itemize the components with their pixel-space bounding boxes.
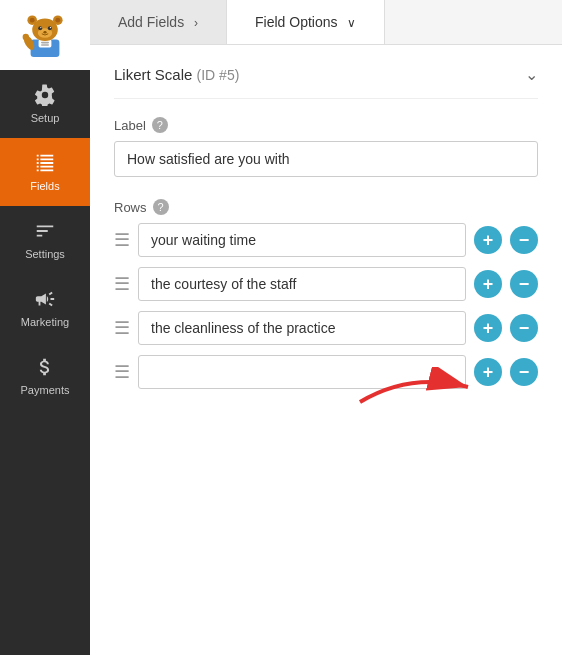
sidebar-item-fields[interactable]: Fields bbox=[0, 138, 90, 206]
row-remove-button-4[interactable]: − bbox=[510, 358, 538, 386]
row-item-3: ☰ + − bbox=[114, 311, 538, 345]
field-title-row: Likert Scale (ID #5) ⌄ bbox=[114, 65, 538, 99]
row-remove-button-3[interactable]: − bbox=[510, 314, 538, 342]
label-input[interactable] bbox=[114, 141, 538, 177]
field-collapse-icon[interactable]: ⌄ bbox=[525, 65, 538, 84]
sidebar-item-settings-label: Settings bbox=[25, 248, 65, 260]
sidebar-item-setup-label: Setup bbox=[31, 112, 60, 124]
drag-handle-2[interactable]: ☰ bbox=[114, 275, 130, 293]
label-help-icon[interactable]: ? bbox=[152, 117, 168, 133]
row-item-1: ☰ + − bbox=[114, 223, 538, 257]
sidebar-item-setup[interactable]: Setup bbox=[0, 70, 90, 138]
svg-point-13 bbox=[50, 27, 51, 28]
gear-icon bbox=[34, 84, 56, 106]
row-remove-button-1[interactable]: − bbox=[510, 226, 538, 254]
field-id: (ID #5) bbox=[197, 67, 240, 83]
svg-point-16 bbox=[23, 34, 29, 40]
row-item-4: ☰ + − bbox=[114, 355, 538, 389]
rows-help-icon[interactable]: ? bbox=[153, 199, 169, 215]
row-input-4[interactable] bbox=[138, 355, 466, 389]
tab-field-options[interactable]: Field Options ∨ bbox=[227, 0, 385, 44]
sidebar-item-marketing-label: Marketing bbox=[21, 316, 69, 328]
row-item-2: ☰ + − bbox=[114, 267, 538, 301]
row-remove-button-2[interactable]: − bbox=[510, 270, 538, 298]
add-fields-arrow: › bbox=[194, 16, 198, 30]
main-panel: Add Fields › Field Options ∨ Likert Scal… bbox=[90, 0, 562, 655]
drag-handle-3[interactable]: ☰ bbox=[114, 319, 130, 337]
sidebar-logo bbox=[0, 0, 90, 70]
sidebar: Setup Fields Settings Marketing Payments bbox=[0, 0, 90, 655]
row-input-1[interactable] bbox=[138, 223, 466, 257]
field-title: Likert Scale (ID #5) bbox=[114, 66, 239, 83]
row-input-3[interactable] bbox=[138, 311, 466, 345]
bear-logo-icon bbox=[19, 9, 71, 61]
svg-point-14 bbox=[43, 31, 46, 33]
marketing-icon bbox=[34, 288, 56, 310]
svg-point-11 bbox=[48, 26, 52, 30]
svg-point-6 bbox=[30, 18, 35, 23]
row-add-button-3[interactable]: + bbox=[474, 314, 502, 342]
svg-point-8 bbox=[55, 18, 60, 23]
sidebar-item-marketing[interactable]: Marketing bbox=[0, 274, 90, 342]
tabs-bar: Add Fields › Field Options ∨ bbox=[90, 0, 562, 45]
drag-handle-1[interactable]: ☰ bbox=[114, 231, 130, 249]
row-add-button-1[interactable]: + bbox=[474, 226, 502, 254]
fields-icon bbox=[34, 152, 56, 174]
payments-icon bbox=[34, 356, 56, 378]
rows-section-header: Rows ? bbox=[114, 199, 538, 215]
row-add-button-2[interactable]: + bbox=[474, 270, 502, 298]
rows-section: Rows ? ☰ + − ☰ + − ☰ + − bbox=[114, 199, 538, 389]
settings-icon bbox=[34, 220, 56, 242]
svg-point-12 bbox=[40, 27, 41, 28]
row-add-button-4[interactable]: + bbox=[474, 358, 502, 386]
field-options-arrow: ∨ bbox=[347, 16, 356, 30]
label-section-header: Label ? bbox=[114, 117, 538, 133]
tab-add-fields[interactable]: Add Fields › bbox=[90, 0, 227, 44]
sidebar-item-settings[interactable]: Settings bbox=[0, 206, 90, 274]
svg-rect-3 bbox=[41, 44, 49, 46]
drag-handle-4[interactable]: ☰ bbox=[114, 363, 130, 381]
sidebar-item-payments[interactable]: Payments bbox=[0, 342, 90, 410]
sidebar-item-fields-label: Fields bbox=[30, 180, 59, 192]
sidebar-item-payments-label: Payments bbox=[21, 384, 70, 396]
content-area: Likert Scale (ID #5) ⌄ Label ? Rows ? ☰ … bbox=[90, 45, 562, 655]
row-input-2[interactable] bbox=[138, 267, 466, 301]
svg-point-10 bbox=[38, 26, 42, 30]
svg-rect-2 bbox=[41, 42, 49, 44]
